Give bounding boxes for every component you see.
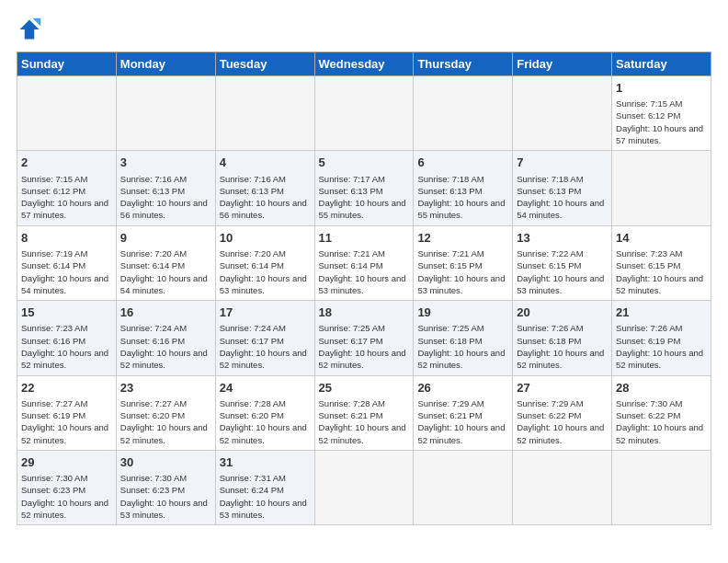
day-number: 11 [319,230,410,247]
calendar-cell-21: 21Sunrise: 7:26 AMSunset: 6:19 PMDayligh… [612,301,711,375]
calendar-cell-25: 25Sunrise: 7:28 AMSunset: 6:21 PMDayligh… [314,375,414,450]
calendar-cell-3: 3Sunrise: 7:16 AMSunset: 6:13 PMDaylight… [116,151,215,225]
day-number: 4 [220,155,311,171]
day-number: 14 [616,230,707,247]
calendar-cell-29: 29Sunrise: 7:30 AMSunset: 6:23 PMDayligh… [17,450,117,524]
day-number: 18 [319,304,410,321]
calendar-row-week1: 1Sunrise: 7:15 AMSunset: 6:12 PMDaylight… [17,76,711,151]
day-number: 2 [21,155,112,171]
day-number: 1 [616,80,707,97]
calendar-row-week2: 2Sunrise: 7:15 AMSunset: 6:12 PMDaylight… [17,151,711,225]
calendar-cell-31: 31Sunrise: 7:31 AMSunset: 6:24 PMDayligh… [215,450,314,524]
calendar-cell-empty [513,450,612,524]
day-number: 31 [220,454,311,471]
calendar-cell-20: 20Sunrise: 7:26 AMSunset: 6:18 PMDayligh… [513,301,612,375]
header-cell-saturday: Saturday [612,52,711,76]
calendar-cell-24: 24Sunrise: 7:28 AMSunset: 6:20 PMDayligh… [215,375,314,450]
calendar-cell-26: 26Sunrise: 7:29 AMSunset: 6:21 PMDayligh… [414,375,513,450]
day-number: 12 [417,230,508,247]
day-number: 29 [21,454,112,471]
day-number: 15 [21,304,112,321]
day-number: 26 [417,380,508,396]
header-cell-friday: Friday [513,52,612,76]
svg-marker-0 [20,20,40,40]
day-number: 30 [120,454,211,471]
calendar-cell-6: 6Sunrise: 7:18 AMSunset: 6:13 PMDaylight… [414,151,513,225]
calendar-row-week5: 22Sunrise: 7:27 AMSunset: 6:19 PMDayligh… [17,375,711,450]
calendar-cell-8: 8Sunrise: 7:19 AMSunset: 6:14 PMDaylight… [17,225,117,300]
calendar-cell-10: 10Sunrise: 7:20 AMSunset: 6:14 PMDayligh… [215,225,314,300]
calendar-body: 1Sunrise: 7:15 AMSunset: 6:12 PMDaylight… [17,76,711,525]
day-number: 21 [616,304,707,321]
calendar-cell-12: 12Sunrise: 7:21 AMSunset: 6:15 PMDayligh… [414,225,513,300]
calendar-cell-13: 13Sunrise: 7:22 AMSunset: 6:15 PMDayligh… [513,225,612,300]
calendar-cell-empty [116,76,215,151]
calendar-cell-empty [612,151,711,225]
day-number: 13 [517,230,608,247]
day-number: 19 [417,304,508,321]
calendar-cell-5: 5Sunrise: 7:17 AMSunset: 6:13 PMDaylight… [314,151,414,225]
header-cell-wednesday: Wednesday [314,52,414,76]
day-number: 7 [517,155,608,171]
calendar-cell-9: 9Sunrise: 7:20 AMSunset: 6:14 PMDaylight… [116,225,215,300]
calendar-row-week6: 29Sunrise: 7:30 AMSunset: 6:23 PMDayligh… [17,450,711,524]
logo-icon [17,17,42,42]
header-cell-thursday: Thursday [414,52,513,76]
page: SundayMondayTuesdayWednesdayThursdayFrid… [0,0,728,536]
day-number: 27 [517,380,608,396]
day-number: 3 [120,155,211,171]
day-number: 25 [319,380,410,396]
calendar-cell-empty [513,76,612,151]
day-number: 17 [220,304,311,321]
calendar-cell-11: 11Sunrise: 7:21 AMSunset: 6:14 PMDayligh… [314,225,414,300]
calendar-cell-16: 16Sunrise: 7:24 AMSunset: 6:16 PMDayligh… [116,301,215,375]
calendar-cell-empty [17,76,117,151]
day-number: 5 [319,155,410,171]
header-cell-monday: Monday [116,52,215,76]
day-number: 6 [417,155,508,171]
day-number: 16 [120,304,211,321]
day-number: 20 [517,304,608,321]
calendar-cell-empty [314,76,414,151]
header-cell-tuesday: Tuesday [215,52,314,76]
calendar-header: SundayMondayTuesdayWednesdayThursdayFrid… [17,52,711,76]
header [17,17,711,42]
calendar-cell-27: 27Sunrise: 7:29 AMSunset: 6:22 PMDayligh… [513,375,612,450]
calendar-cell-18: 18Sunrise: 7:25 AMSunset: 6:17 PMDayligh… [314,301,414,375]
calendar-cell-7: 7Sunrise: 7:18 AMSunset: 6:13 PMDaylight… [513,151,612,225]
logo [17,17,46,42]
day-number: 23 [120,380,211,396]
header-row: SundayMondayTuesdayWednesdayThursdayFrid… [17,52,711,76]
day-number: 22 [21,380,112,396]
calendar-cell-empty [314,450,414,524]
calendar-cell-empty [215,76,314,151]
calendar-row-week3: 8Sunrise: 7:19 AMSunset: 6:14 PMDaylight… [17,225,711,300]
calendar-cell-2: 2Sunrise: 7:15 AMSunset: 6:12 PMDaylight… [17,151,117,225]
day-number: 24 [220,380,311,396]
calendar-cell-empty [414,76,513,151]
calendar-cell-4: 4Sunrise: 7:16 AMSunset: 6:13 PMDaylight… [215,151,314,225]
calendar-cell-14: 14Sunrise: 7:23 AMSunset: 6:15 PMDayligh… [612,225,711,300]
day-number: 8 [21,230,112,247]
calendar-cell-15: 15Sunrise: 7:23 AMSunset: 6:16 PMDayligh… [17,301,117,375]
header-cell-sunday: Sunday [17,52,117,76]
calendar-row-week4: 15Sunrise: 7:23 AMSunset: 6:16 PMDayligh… [17,301,711,375]
calendar-cell-empty [612,450,711,524]
day-number: 10 [220,230,311,247]
calendar-table: SundayMondayTuesdayWednesdayThursdayFrid… [17,52,711,525]
calendar-cell-17: 17Sunrise: 7:24 AMSunset: 6:17 PMDayligh… [215,301,314,375]
calendar-cell-19: 19Sunrise: 7:25 AMSunset: 6:18 PMDayligh… [414,301,513,375]
day-number: 28 [616,380,707,396]
day-number: 9 [120,230,211,247]
calendar-cell-28: 28Sunrise: 7:30 AMSunset: 6:22 PMDayligh… [612,375,711,450]
calendar-cell-23: 23Sunrise: 7:27 AMSunset: 6:20 PMDayligh… [116,375,215,450]
calendar-cell-empty [414,450,513,524]
calendar-cell-30: 30Sunrise: 7:30 AMSunset: 6:23 PMDayligh… [116,450,215,524]
calendar-cell-22: 22Sunrise: 7:27 AMSunset: 6:19 PMDayligh… [17,375,117,450]
calendar-cell-1: 1Sunrise: 7:15 AMSunset: 6:12 PMDaylight… [612,76,711,151]
